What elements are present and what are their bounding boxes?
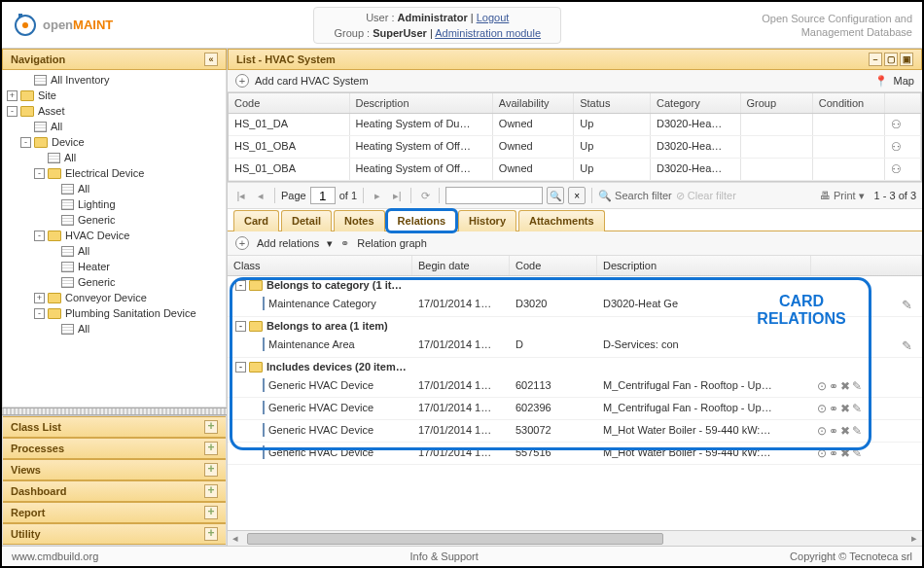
tree-toggle-icon[interactable]: +	[7, 90, 18, 101]
tree-node[interactable]: All	[3, 321, 226, 337]
relation-graph-icon[interactable]: ⚭	[340, 237, 349, 250]
add-relations-icon[interactable]: +	[235, 236, 249, 250]
tree-node[interactable]: All	[3, 181, 226, 196]
tree-node[interactable]: -HVAC Device	[3, 228, 226, 243]
pencil-icon[interactable]: ✎	[852, 424, 862, 438]
search-button[interactable]: 🔍	[547, 187, 564, 204]
accordion-header[interactable]: Views+	[3, 459, 226, 480]
scroll-thumb[interactable]	[247, 533, 663, 545]
footer-left-link[interactable]: www.cmdbuild.org	[12, 550, 98, 562]
tree-node[interactable]: All	[3, 243, 226, 259]
tree-node[interactable]: -Device	[3, 134, 226, 150]
group-toggle-icon[interactable]: -	[235, 321, 246, 332]
column-header[interactable]: Status	[574, 93, 651, 113]
clear-filter-button[interactable]: ⊘Clear filter	[676, 190, 736, 202]
relation-row[interactable]: Maintenance Area17/01/2014 1…DD-Services…	[228, 335, 922, 358]
delete-icon[interactable]: ✖	[840, 379, 850, 393]
map-button[interactable]: Map	[894, 75, 914, 87]
accordion-header[interactable]: Utility+	[3, 523, 226, 545]
dropdown-icon[interactable]: ▾	[327, 237, 333, 250]
search-input[interactable]	[445, 187, 543, 204]
relation-group[interactable]: -Includes devices (20 item…	[228, 358, 922, 375]
tab-history[interactable]: History	[458, 210, 516, 231]
map-pin-icon[interactable]: 📍	[874, 75, 888, 88]
delete-icon[interactable]: ✖	[840, 424, 850, 438]
target-icon[interactable]: ⊙	[817, 424, 827, 438]
nav-tree[interactable]: All Inventory+Site-AssetAll-DeviceAll-El…	[2, 70, 227, 408]
hierarchy-icon[interactable]: ⚇	[891, 162, 902, 176]
tree-node[interactable]: All	[3, 119, 226, 134]
collapse-icon[interactable]: «	[204, 53, 218, 66]
pencil-icon[interactable]: ✎	[902, 338, 912, 353]
column-header[interactable]: Availability	[493, 93, 574, 113]
column-header[interactable]: Description	[350, 93, 493, 113]
add-card-button[interactable]: Add card HVAC System	[255, 75, 369, 87]
footer-center-link[interactable]: Info & Support	[410, 550, 479, 562]
table-row[interactable]: HS_01_DAHeating System of Du…OwnedUpD302…	[229, 114, 921, 136]
tree-resize-handle[interactable]	[2, 408, 227, 415]
horizontal-scrollbar[interactable]: ◂ ▸	[228, 530, 922, 546]
tree-toggle-icon[interactable]: -	[34, 231, 45, 241]
tab-notes[interactable]: Notes	[334, 210, 385, 231]
scroll-left-icon[interactable]: ◂	[228, 532, 243, 545]
scroll-right-icon[interactable]: ▸	[906, 532, 922, 545]
pencil-icon[interactable]: ✎	[852, 446, 862, 460]
column-header[interactable]: Code	[229, 93, 350, 113]
target-icon[interactable]: ⊙	[817, 402, 827, 415]
tab-attachments[interactable]: Attachments	[518, 210, 605, 231]
rel-column-header[interactable]: Description	[597, 256, 811, 275]
tree-node[interactable]: +Conveyor Device	[3, 290, 226, 305]
column-header[interactable]: Group	[741, 93, 813, 113]
column-header[interactable]: Condition	[813, 93, 885, 113]
tree-toggle-icon[interactable]: -	[20, 137, 31, 148]
delete-icon[interactable]: ✖	[840, 446, 850, 460]
search-filter-button[interactable]: 🔍Search filter	[598, 190, 672, 202]
relation-row[interactable]: Generic HVAC Device17/01/2014 1…557516M_…	[228, 443, 922, 465]
target-icon[interactable]: ⊙	[817, 446, 827, 460]
relation-row[interactable]: Maintenance Category17/01/2014 1…D3020D3…	[228, 294, 922, 317]
relation-row[interactable]: Generic HVAC Device17/01/2014 1…602113M_…	[228, 375, 922, 398]
relation-row[interactable]: Generic HVAC Device17/01/2014 1…602396M_…	[228, 398, 922, 420]
relation-group[interactable]: -Belongs to area (1 item)	[228, 317, 922, 335]
tree-toggle-icon[interactable]: -	[34, 168, 45, 179]
tab-relations[interactable]: Relations	[387, 210, 457, 231]
tree-toggle-icon[interactable]: -	[7, 106, 18, 117]
tree-node[interactable]: -Electrical Device	[3, 165, 226, 181]
relation-group[interactable]: -Belongs to category (1 it…	[228, 276, 922, 294]
link-icon[interactable]: ⚭	[829, 424, 838, 438]
tab-card[interactable]: Card	[233, 210, 279, 231]
restore-button[interactable]: ▢	[884, 53, 898, 66]
link-icon[interactable]: ⚭	[829, 402, 838, 415]
rel-column-header[interactable]: Begin date	[412, 256, 510, 275]
expand-icon[interactable]: +	[204, 463, 218, 477]
hierarchy-icon[interactable]: ⚇	[891, 118, 902, 131]
tree-node[interactable]: Lighting	[3, 196, 226, 212]
hierarchy-icon[interactable]: ⚇	[891, 140, 902, 154]
link-icon[interactable]: ⚭	[829, 446, 838, 460]
accordion-header[interactable]: Report+	[3, 502, 226, 523]
tree-node[interactable]: -Asset	[3, 103, 226, 119]
tab-detail[interactable]: Detail	[281, 210, 332, 231]
clear-search-button[interactable]: ×	[568, 187, 586, 204]
relation-row[interactable]: Generic HVAC Device17/01/2014 1…530072M_…	[228, 420, 922, 443]
expand-icon[interactable]: +	[204, 506, 218, 519]
print-button[interactable]: 🖶 Print ▾	[820, 190, 865, 202]
tree-toggle-icon[interactable]: -	[34, 308, 45, 319]
tree-node[interactable]: Generic	[3, 212, 226, 228]
accordion-header[interactable]: Dashboard+	[3, 480, 226, 502]
admin-module-link[interactable]: Administration module	[435, 27, 541, 39]
prev-page-button[interactable]: ◂	[253, 188, 268, 203]
rel-column-header[interactable]: Code	[510, 256, 597, 275]
first-page-button[interactable]: |◂	[233, 188, 249, 203]
maximize-button[interactable]: ▣	[900, 53, 913, 66]
group-toggle-icon[interactable]: -	[235, 362, 246, 373]
tree-node[interactable]: All Inventory	[3, 72, 226, 88]
last-page-button[interactable]: ▸|	[389, 188, 405, 203]
add-icon[interactable]: +	[235, 74, 249, 88]
pencil-icon[interactable]: ✎	[902, 298, 912, 312]
tree-node[interactable]: Heater	[3, 259, 226, 274]
tree-node[interactable]: Generic	[3, 274, 226, 290]
tree-node[interactable]: +Site	[3, 88, 226, 103]
relation-graph-button[interactable]: Relation graph	[357, 237, 427, 249]
target-icon[interactable]: ⊙	[817, 379, 827, 393]
